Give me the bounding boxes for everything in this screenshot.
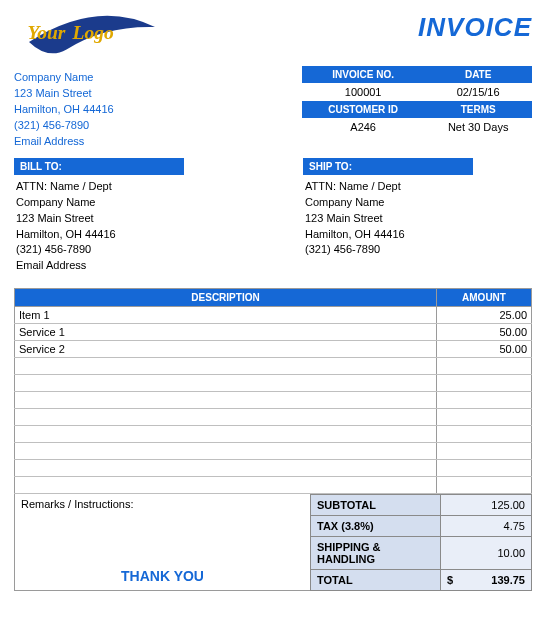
item-description: Item 1 (15, 307, 437, 324)
table-row (15, 477, 532, 494)
table-row: Service 250.00 (15, 341, 532, 358)
invoice-meta: INVOICE NO. DATE 100001 02/15/16 CUSTOME… (302, 66, 532, 136)
item-description (15, 443, 437, 460)
table-row (15, 460, 532, 477)
table-row: Service 150.00 (15, 324, 532, 341)
company-city: Hamilton, OH 44416 (14, 102, 114, 118)
meta-date: 02/15/16 (424, 83, 532, 101)
company-street: 123 Main Street (14, 86, 114, 102)
subtotal-label: SUBTOTAL (311, 495, 441, 516)
meta-header-terms: TERMS (424, 101, 532, 118)
item-amount: 50.00 (437, 324, 532, 341)
meta-header-date: DATE (424, 66, 532, 83)
item-amount: 50.00 (437, 341, 532, 358)
table-row (15, 426, 532, 443)
item-amount (437, 392, 532, 409)
invoice-title: INVOICE (418, 12, 532, 43)
logo: Your Logo (14, 12, 164, 62)
company-phone: (321) 456-7890 (14, 118, 114, 134)
meta-header-customer-id: CUSTOMER ID (302, 101, 424, 118)
item-description: Service 2 (15, 341, 437, 358)
items-header-amount: AMOUNT (437, 289, 532, 307)
subtotal-value: 125.00 (441, 495, 532, 516)
ship-to-company: Company Name (305, 195, 530, 211)
logo-swoosh-icon: Your Logo (14, 12, 164, 60)
meta-invoice-no: 100001 (302, 83, 424, 101)
bill-to-city: Hamilton, OH 44416 (16, 227, 241, 243)
item-amount (437, 358, 532, 375)
item-amount: 25.00 (437, 307, 532, 324)
address-section: BILL TO: ATTN: Name / Dept Company Name … (14, 158, 532, 279)
header: Your Logo INVOICE (14, 12, 532, 62)
table-row (15, 375, 532, 392)
bill-to: BILL TO: ATTN: Name / Dept Company Name … (14, 158, 243, 279)
top-row: Company Name 123 Main Street Hamilton, O… (14, 66, 532, 150)
totals-table: SUBTOTAL 125.00 TAX (3.8%) 4.75 SHIPPING… (310, 494, 532, 591)
item-description (15, 358, 437, 375)
thank-you: THANK YOU (15, 568, 310, 584)
item-description (15, 375, 437, 392)
table-row (15, 358, 532, 375)
total-value: $139.75 (441, 570, 532, 591)
ship-to-attn: ATTN: Name / Dept (305, 179, 530, 195)
meta-header-invoice-no: INVOICE NO. (302, 66, 424, 83)
item-description (15, 392, 437, 409)
svg-text:Logo: Logo (72, 22, 114, 43)
items-table: DESCRIPTION AMOUNT Item 125.00Service 15… (14, 288, 532, 494)
meta-customer-id: A246 (302, 118, 424, 136)
item-description (15, 477, 437, 494)
item-description (15, 460, 437, 477)
items-header-description: DESCRIPTION (15, 289, 437, 307)
ship-to-heading: SHIP TO: (303, 158, 473, 175)
ship-to: SHIP TO: ATTN: Name / Dept Company Name … (243, 158, 532, 279)
tax-value: 4.75 (441, 516, 532, 537)
table-row (15, 443, 532, 460)
table-row: Item 125.00 (15, 307, 532, 324)
company-name: Company Name (14, 70, 114, 86)
item-amount (437, 426, 532, 443)
remarks-label: Remarks / Instructions: (21, 498, 304, 510)
bottom-section: Remarks / Instructions: THANK YOU SUBTOT… (14, 494, 532, 591)
company-info: Company Name 123 Main Street Hamilton, O… (14, 70, 114, 150)
bill-to-phone: (321) 456-7890 (16, 242, 241, 258)
bill-to-email: Email Address (16, 258, 241, 274)
bill-to-company: Company Name (16, 195, 241, 211)
item-amount (437, 375, 532, 392)
item-amount (437, 460, 532, 477)
shipping-value: 10.00 (441, 537, 532, 570)
bill-to-attn: ATTN: Name / Dept (16, 179, 241, 195)
meta-terms: Net 30 Days (424, 118, 532, 136)
item-amount (437, 409, 532, 426)
item-description (15, 426, 437, 443)
table-row (15, 392, 532, 409)
total-label: TOTAL (311, 570, 441, 591)
bill-to-street: 123 Main Street (16, 211, 241, 227)
svg-text:Your: Your (28, 22, 66, 43)
item-amount (437, 477, 532, 494)
ship-to-city: Hamilton, OH 44416 (305, 227, 530, 243)
remarks: Remarks / Instructions: THANK YOU (14, 494, 310, 591)
ship-to-street: 123 Main Street (305, 211, 530, 227)
item-amount (437, 443, 532, 460)
shipping-label: SHIPPING & HANDLING (311, 537, 441, 570)
table-row (15, 409, 532, 426)
tax-label: TAX (3.8%) (311, 516, 441, 537)
item-description (15, 409, 437, 426)
item-description: Service 1 (15, 324, 437, 341)
ship-to-phone: (321) 456-7890 (305, 242, 530, 258)
bill-to-heading: BILL TO: (14, 158, 184, 175)
company-email: Email Address (14, 134, 114, 150)
